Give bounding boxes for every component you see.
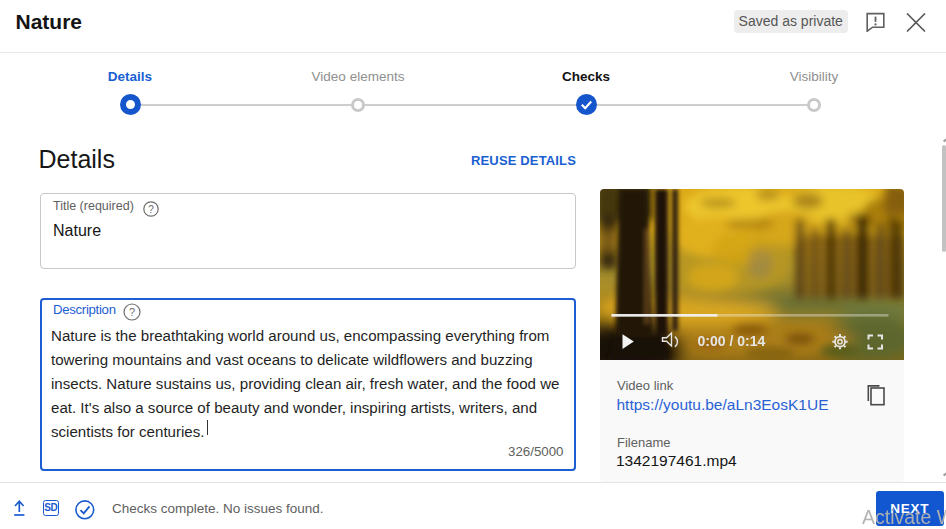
svg-text:0:00 / 0:14: 0:00 / 0:14 <box>698 333 766 349</box>
svg-text:?: ? <box>148 203 154 214</box>
svg-text:?: ? <box>128 306 134 318</box>
